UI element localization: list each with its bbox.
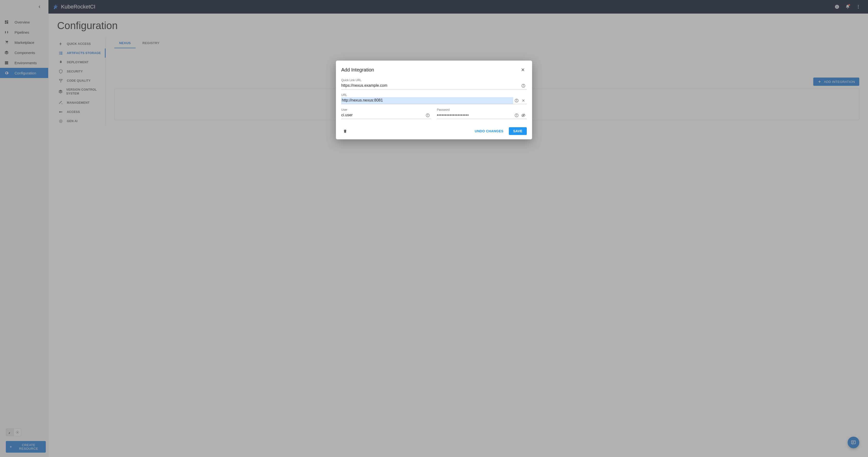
undo-changes-button[interactable]: UNDO CHANGES (471, 127, 507, 135)
eye-off-icon (521, 113, 526, 118)
url-input[interactable] (341, 97, 513, 104)
svg-point-37 (516, 100, 517, 100)
info-hint-button[interactable] (513, 98, 520, 103)
delete-button[interactable] (341, 129, 349, 133)
user-input[interactable] (341, 112, 424, 119)
save-button[interactable]: SAVE (509, 127, 527, 135)
info-outline-icon (515, 113, 519, 118)
info-outline-icon (521, 84, 526, 88)
svg-point-34 (523, 85, 524, 85)
info-hint-button[interactable] (520, 84, 527, 88)
dialog-close-button[interactable] (519, 66, 527, 74)
info-hint-button[interactable] (513, 113, 520, 118)
info-outline-icon (515, 98, 519, 103)
dialog-overlay[interactable]: Add Integration Quick Link URL URL User (0, 0, 868, 457)
close-icon (521, 67, 525, 72)
password-input[interactable] (437, 112, 513, 119)
user-label: User (341, 108, 431, 112)
svg-point-42 (428, 114, 428, 115)
url-label: URL (341, 93, 527, 97)
info-outline-icon (426, 113, 430, 118)
quick-link-url-input[interactable] (341, 82, 520, 89)
clear-input-button[interactable] (520, 99, 527, 102)
close-small-icon (521, 99, 525, 102)
password-label: Password (437, 108, 527, 112)
trash-icon (343, 129, 347, 133)
info-hint-button[interactable] (424, 113, 431, 118)
add-integration-dialog: Add Integration Quick Link URL URL User (336, 61, 532, 139)
toggle-password-button[interactable] (520, 113, 527, 118)
dialog-title: Add Integration (341, 67, 374, 73)
svg-point-45 (516, 114, 517, 115)
quick-link-url-label: Quick Link URL (341, 79, 527, 82)
